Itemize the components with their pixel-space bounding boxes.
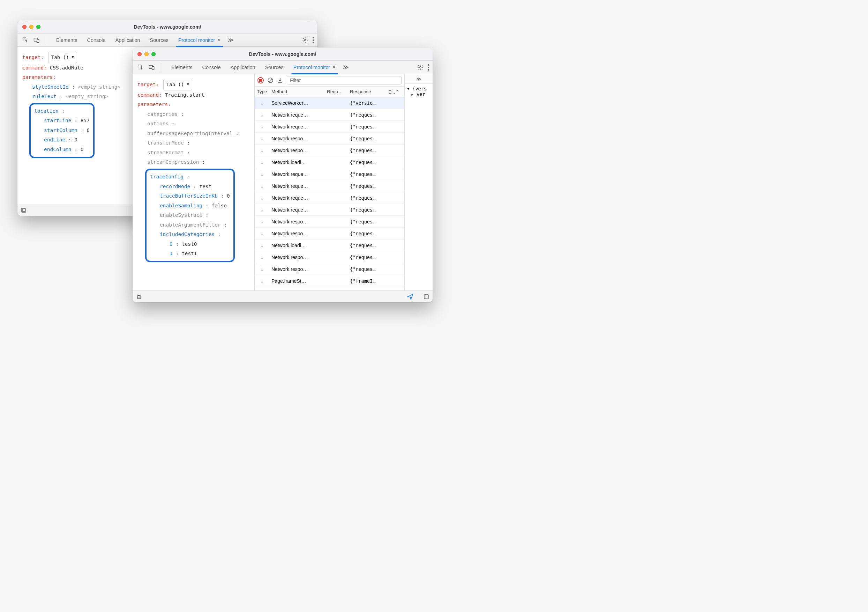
param-row[interactable]: categories : [138, 110, 250, 120]
param-row[interactable]: traceBufferSizeInKb : 0 [150, 191, 230, 201]
chevron-down-icon: ▼ [71, 54, 74, 61]
table-row[interactable]: ↓ Network.respo… {"reques… [255, 144, 405, 156]
tabs-overflow-icon[interactable]: ≫ [405, 74, 432, 84]
tab-application[interactable]: Application [226, 61, 260, 74]
tabs-overflow-icon[interactable]: ≫ [341, 64, 351, 70]
param-row[interactable]: bufferUsageReportingInterval : [138, 129, 250, 138]
param-row[interactable]: enableArgumentFilter : [150, 220, 230, 230]
table-row[interactable]: ↓ Network.loadi… {"reques… [255, 156, 405, 168]
close-icon[interactable] [138, 52, 142, 56]
command-value[interactable]: Tracing.start [165, 92, 205, 98]
tabs-overflow-icon[interactable]: ≫ [226, 37, 236, 43]
param-row[interactable]: 0 : test0 [150, 239, 230, 249]
param-row[interactable]: transferMode : [138, 138, 250, 148]
drawer-toggle-icon[interactable] [21, 207, 26, 213]
col-request[interactable]: Requ… [327, 89, 350, 94]
param-row[interactable]: startColumn : 0 [34, 126, 90, 135]
close-icon[interactable] [22, 25, 26, 29]
gear-icon[interactable] [302, 37, 308, 43]
tab-sources[interactable]: Sources [260, 61, 288, 74]
device-toggle-icon[interactable] [147, 63, 156, 72]
drawer-toggle-icon[interactable] [136, 294, 142, 300]
row-response: {"reques… [350, 183, 388, 189]
tab-elements[interactable]: Elements [51, 34, 82, 47]
arrow-down-icon: ↓ [255, 242, 269, 249]
traffic-lights [22, 25, 40, 29]
param-key: streamFormat [147, 150, 184, 155]
tree-root[interactable]: ▾ {vers [407, 86, 431, 92]
tab-console[interactable]: Console [197, 61, 225, 74]
tab-sources[interactable]: Sources [145, 34, 174, 47]
kebab-icon[interactable] [313, 37, 314, 43]
param-row[interactable]: enableSystrace : [150, 211, 230, 220]
param-group[interactable]: location : [34, 107, 90, 116]
row-method: Network.reque… [269, 124, 327, 129]
table-row[interactable]: ↓ Network.reque… {"reques… [255, 168, 405, 180]
command-value[interactable]: CSS.addRule [50, 65, 84, 70]
param-row[interactable]: streamCompression : [138, 157, 250, 167]
tab-protocol-monitor[interactable]: Protocol monitor ✕ [288, 61, 341, 74]
table-row[interactable]: ↓ Network.reque… {"reques… [255, 204, 405, 216]
table-row[interactable]: ↓ Page.frameSt… {"frameI… [255, 275, 405, 287]
table-row[interactable]: ↓ Network.reque… {"reques… [255, 192, 405, 204]
tab-elements[interactable]: Elements [166, 61, 197, 74]
arrow-down-icon: ↓ [255, 230, 269, 237]
zoom-icon[interactable] [36, 25, 40, 29]
tab-protocol-monitor[interactable]: Protocol monitor ✕ [174, 34, 226, 47]
table-row[interactable]: ↓ Network.respo… {"reques… [255, 228, 405, 239]
table-row[interactable]: ↓ Network.reque… {"reques… [255, 121, 405, 133]
param-key: enableSystrace [160, 212, 202, 218]
target-select[interactable]: Tab () ▼ [163, 79, 192, 90]
param-row[interactable]: recordMode : test [150, 182, 230, 192]
param-row[interactable]: endLine : 0 [34, 135, 90, 145]
table-body: ↓ ServiceWorker… {"versio… ↓ Network.req… [255, 97, 405, 290]
close-tab-icon[interactable]: ✕ [332, 65, 336, 70]
record-icon[interactable] [257, 77, 264, 84]
tab-application[interactable]: Application [111, 34, 145, 47]
target-row: target: Tab () ▼ [138, 79, 250, 90]
table-row[interactable]: ↓ Network.reque… {"reques… [255, 180, 405, 192]
minimize-icon[interactable] [29, 25, 34, 29]
table-row[interactable]: ↓ Network.loadi… {"reques… [255, 239, 405, 252]
col-elapsed[interactable]: El..⌃ [388, 89, 405, 95]
svg-point-14 [428, 64, 429, 66]
param-row[interactable]: includedCategories : [150, 230, 230, 239]
zoom-icon[interactable] [152, 52, 156, 56]
tree-child[interactable]: ▸ ver [407, 92, 431, 97]
kebab-icon[interactable] [428, 64, 429, 70]
download-icon[interactable] [277, 77, 283, 84]
table-row[interactable]: ↓ Network.reque… {"reques… [255, 109, 405, 121]
param-group[interactable]: traceConfig : [150, 172, 230, 182]
minimize-icon[interactable] [144, 52, 149, 56]
clear-icon[interactable] [267, 77, 273, 84]
param-row[interactable]: startLine : 857 [34, 116, 90, 126]
close-tab-icon[interactable]: ✕ [217, 37, 221, 43]
panel-toggle-icon[interactable] [423, 294, 429, 300]
table-row[interactable]: ↓ Network.respo… {"reques… [255, 263, 405, 275]
col-response[interactable]: Response [350, 89, 388, 94]
col-method[interactable]: Method [269, 89, 327, 94]
inspect-icon[interactable] [136, 63, 145, 72]
param-row[interactable]: streamFormat : [138, 148, 250, 158]
table-row[interactable]: ↓ Network.respo… {"reques… [255, 216, 405, 228]
window-title: DevTools - www.google.com/ [17, 24, 318, 30]
table-row[interactable]: ↓ Network.respo… {"reques… [255, 252, 405, 263]
row-response: {"reques… [350, 148, 388, 153]
table-row[interactable]: ↓ Network.respo… {"reques… [255, 133, 405, 144]
send-icon[interactable] [407, 293, 414, 300]
row-method: Network.respo… [269, 219, 327, 224]
table-row[interactable]: ↓ ServiceWorker… {"versio… [255, 97, 405, 109]
param-row[interactable]: options : [138, 119, 250, 129]
param-row[interactable]: 1 : test1 [150, 249, 230, 259]
col-type[interactable]: Type [255, 89, 269, 94]
param-row[interactable]: endColumn : 0 [34, 145, 90, 155]
target-select[interactable]: Tab () ▼ [48, 52, 77, 63]
device-toggle-icon[interactable] [32, 36, 41, 45]
param-value: false [211, 203, 227, 208]
tab-console[interactable]: Console [82, 34, 110, 47]
arrow-down-icon: ↓ [255, 206, 269, 213]
param-row[interactable]: enableSampling : false [150, 201, 230, 211]
gear-icon[interactable] [417, 64, 423, 70]
inspect-icon[interactable] [21, 36, 30, 45]
filter-input[interactable] [287, 76, 401, 84]
